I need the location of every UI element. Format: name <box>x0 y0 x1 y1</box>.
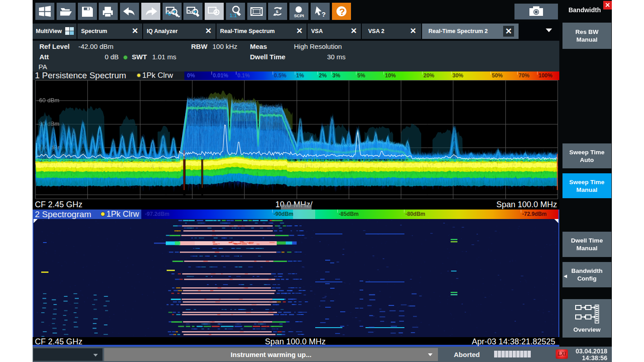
svg-text:1:1: 1:1 <box>230 13 237 18</box>
svg-text:s: s <box>276 9 279 14</box>
svg-text:SCPI: SCPI <box>294 13 304 18</box>
svg-text:?: ? <box>322 10 326 18</box>
svg-text:?: ? <box>339 6 345 17</box>
